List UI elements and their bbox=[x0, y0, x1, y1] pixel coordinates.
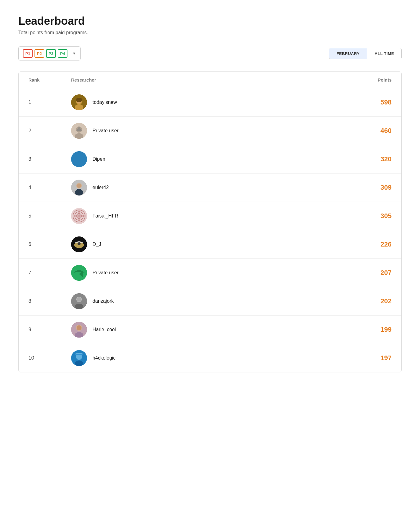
svg-point-13 bbox=[77, 184, 81, 188]
priority-p3-badge: P3 bbox=[46, 49, 56, 58]
page-subtitle: Total points from paid programs. bbox=[18, 30, 402, 35]
svg-point-33 bbox=[77, 325, 81, 330]
rank-header: Rank bbox=[28, 77, 71, 82]
avatar bbox=[71, 293, 87, 309]
priority-filter[interactable]: P1 P2 P3 P4 ▼ bbox=[18, 46, 81, 60]
researcher-name: danzajork bbox=[92, 298, 114, 304]
priority-p4-badge: P4 bbox=[58, 49, 67, 58]
rank-cell: 6 bbox=[28, 241, 71, 247]
page-title: Leaderboard bbox=[18, 15, 402, 27]
rank-cell: 5 bbox=[28, 213, 71, 219]
researcher-name: Harie_cool bbox=[92, 327, 116, 332]
table-row: 3 Dipen 320 bbox=[19, 145, 401, 174]
table-row: 8 danzajork 202 bbox=[19, 287, 401, 316]
points-cell: 226 bbox=[331, 240, 392, 248]
february-button[interactable]: FEBRUARY bbox=[329, 48, 368, 59]
svg-rect-14 bbox=[77, 189, 81, 191]
avatar bbox=[71, 350, 87, 366]
svg-point-29 bbox=[77, 297, 81, 302]
researcher-header: Researcher bbox=[71, 77, 331, 82]
controls-row: P1 P2 P3 P4 ▼ FEBRUARY ALL TIME bbox=[18, 46, 402, 60]
avatar bbox=[71, 151, 87, 167]
svg-rect-38 bbox=[75, 354, 83, 355]
table-row: 7 Private user 207 bbox=[19, 259, 401, 287]
rank-cell: 3 bbox=[28, 156, 71, 162]
researcher-cell: todayisnew bbox=[71, 94, 331, 110]
researcher-cell: Private user bbox=[71, 265, 331, 281]
points-cell: 305 bbox=[331, 212, 392, 220]
avatar bbox=[71, 208, 87, 224]
svg-point-2 bbox=[75, 104, 83, 110]
avatar bbox=[71, 265, 87, 281]
avatar bbox=[71, 236, 87, 252]
table-row: 6 D_J 226 bbox=[19, 230, 401, 259]
researcher-name: h4ckologic bbox=[92, 355, 116, 361]
table-header: Rank Researcher Points bbox=[19, 72, 401, 88]
table-row: 5 Faisal_HFR 305 bbox=[19, 202, 401, 230]
researcher-name: euler42 bbox=[92, 185, 109, 190]
researcher-cell: Harie_cool bbox=[71, 322, 331, 338]
rank-cell: 10 bbox=[28, 355, 71, 361]
leaderboard-table: Rank Researcher Points 1 todayisnew 598 … bbox=[18, 71, 402, 372]
points-cell: 207 bbox=[331, 269, 392, 277]
rank-cell: 2 bbox=[28, 128, 71, 134]
table-row: 10 h4ckologic 197 bbox=[19, 344, 401, 372]
points-cell: 202 bbox=[331, 297, 392, 305]
points-header: Points bbox=[331, 77, 392, 82]
avatar bbox=[71, 123, 87, 139]
researcher-cell: Faisal_HFR bbox=[71, 208, 331, 224]
rank-cell: 1 bbox=[28, 99, 71, 105]
researcher-cell: Private user bbox=[71, 123, 331, 139]
points-cell: 199 bbox=[331, 326, 392, 334]
avatar bbox=[71, 180, 87, 196]
researcher-name: Private user bbox=[92, 128, 118, 133]
priority-p2-badge: P2 bbox=[34, 49, 44, 58]
avatar bbox=[71, 94, 87, 110]
researcher-cell: euler42 bbox=[71, 180, 331, 196]
points-cell: 320 bbox=[331, 155, 392, 163]
researcher-cell: Dipen bbox=[71, 151, 331, 167]
svg-rect-20 bbox=[74, 215, 85, 217]
rank-cell: 8 bbox=[28, 298, 71, 304]
researcher-name: D_J bbox=[92, 242, 101, 247]
table-body: 1 todayisnew 598 2 bbox=[19, 88, 401, 372]
researcher-name: Faisal_HFR bbox=[92, 213, 118, 219]
all-time-button[interactable]: ALL TIME bbox=[367, 48, 401, 59]
svg-point-23 bbox=[78, 242, 81, 245]
points-cell: 598 bbox=[331, 98, 392, 106]
table-row: 9 Harie_cool 199 bbox=[19, 316, 401, 344]
rank-cell: 4 bbox=[28, 185, 71, 191]
researcher-cell: D_J bbox=[71, 236, 331, 252]
time-filter: FEBRUARY ALL TIME bbox=[329, 48, 402, 59]
points-cell: 197 bbox=[331, 354, 392, 362]
researcher-name: todayisnew bbox=[92, 100, 117, 105]
researcher-name: Dipen bbox=[92, 156, 105, 162]
points-cell: 309 bbox=[331, 184, 392, 192]
points-cell: 460 bbox=[331, 127, 392, 135]
svg-point-4 bbox=[76, 98, 82, 102]
rank-cell: 9 bbox=[28, 327, 71, 333]
priority-p1-badge: P1 bbox=[23, 49, 33, 58]
table-row: 4 euler42 309 bbox=[19, 174, 401, 202]
svg-point-24 bbox=[71, 265, 87, 281]
rank-cell: 7 bbox=[28, 270, 71, 276]
researcher-cell: h4ckologic bbox=[71, 350, 331, 366]
svg-point-9 bbox=[71, 151, 87, 167]
table-row: 1 todayisnew 598 bbox=[19, 88, 401, 117]
researcher-name: Private user bbox=[92, 270, 118, 276]
researcher-cell: danzajork bbox=[71, 293, 331, 309]
avatar bbox=[71, 322, 87, 338]
table-row: 2 Private user 460 bbox=[19, 117, 401, 145]
dropdown-arrow-icon: ▼ bbox=[72, 51, 76, 56]
